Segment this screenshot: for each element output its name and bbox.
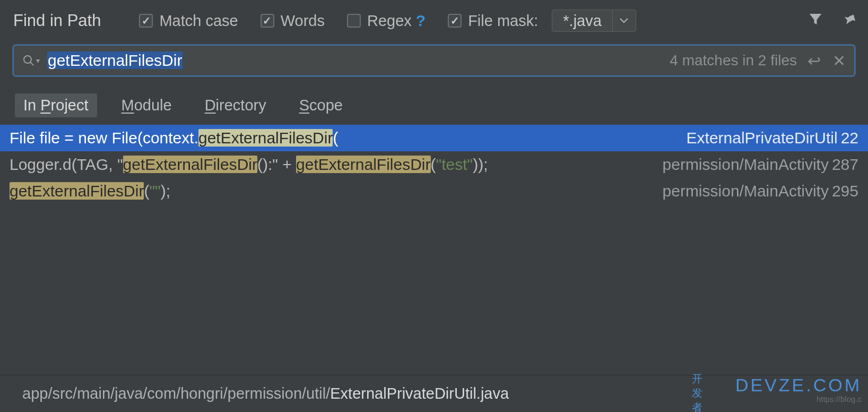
result-row[interactable]: getExternalFilesDir(""); permission/Main… [0,178,868,204]
match-case-checkbox[interactable]: Match case [139,12,238,30]
tab-scope[interactable]: Scope [291,93,351,117]
checkbox-icon [347,14,361,28]
tab-module[interactable]: Module [113,93,180,117]
words-label: Words [281,12,325,30]
match-case-label: Match case [159,12,238,30]
file-mask-checkbox[interactable]: File mask: [448,12,538,30]
chevron-down-icon[interactable] [612,10,636,31]
dialog-title: Find in Path [13,11,101,30]
tab-in-project[interactable]: In Project [15,93,97,117]
filter-icon[interactable] [808,11,823,31]
regex-help-icon[interactable]: ? [416,12,426,30]
search-field[interactable]: ▾ getExternalFilesDir 4 matches in 2 fil… [13,45,855,76]
file-mask-select[interactable]: *.java [552,10,636,32]
match-count-label: 4 matches in 2 files [670,52,797,69]
clear-icon[interactable]: ✕ [832,52,846,70]
result-row[interactable]: File file = new File(context.getExternal… [0,125,868,151]
svg-point-0 [24,56,31,63]
svg-line-1 [30,62,33,65]
words-checkbox[interactable]: Words [261,12,325,30]
result-location: ExternalPrivateDirUtil22 [687,129,858,147]
search-icon [22,54,35,67]
results-list: File file = new File(context.getExternal… [0,125,868,204]
watermark: 开 发 者 DEVZE.COM https://blog.c [735,375,862,404]
result-code: Logger.d(TAG, "getExternalFilesDir():" +… [10,156,488,174]
options-bar: Find in Path Match case Words Regex ? Fi… [0,0,868,41]
result-row[interactable]: Logger.d(TAG, "getExternalFilesDir():" +… [0,151,868,178]
result-location: permission/MainActivity287 [663,156,858,174]
result-code: getExternalFilesDir(""); [10,182,170,200]
pin-icon[interactable] [841,11,857,31]
checkbox-icon [139,14,153,28]
enter-icon: ↩ [808,52,821,70]
regex-checkbox[interactable]: Regex ? [347,12,426,30]
result-location: permission/MainActivity295 [663,182,858,200]
search-input[interactable]: getExternalFilesDir [47,52,670,70]
checkbox-icon [261,14,274,28]
status-path: app/src/main/java/com/hongri/permission/… [22,385,509,402]
checkbox-icon [448,14,462,28]
scope-tabs: In Project Module Directory Scope [0,76,868,125]
file-mask-value: *.java [552,12,612,30]
file-mask-label: File mask: [468,12,538,30]
regex-label: Regex [367,12,412,30]
search-history-chevron-icon[interactable]: ▾ [36,56,40,65]
result-code: File file = new File(context.getExternal… [10,129,338,147]
tab-directory[interactable]: Directory [196,93,275,117]
